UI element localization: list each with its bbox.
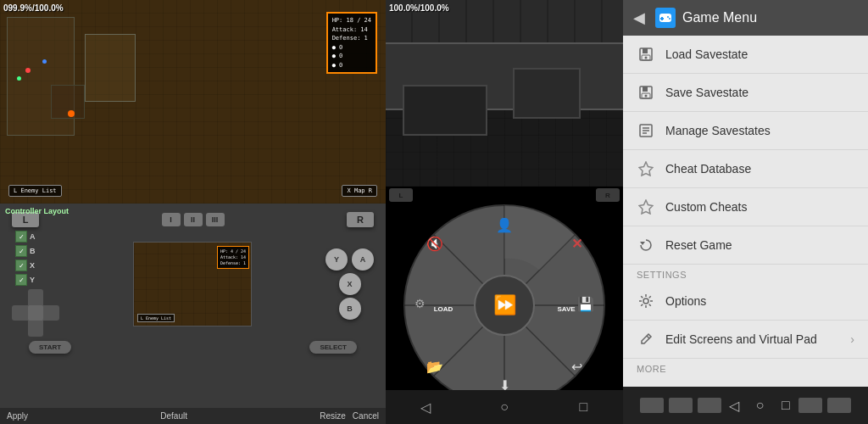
radial-user-icon[interactable]: 👤 <box>496 217 513 233</box>
radial-close-icon[interactable]: ✕ <box>571 236 582 252</box>
menu-item-cheat-database[interactable]: Cheat Database <box>623 150 868 188</box>
roman-btn-2[interactable]: II <box>184 213 203 226</box>
load-savestate-label: Load Savestate <box>665 47 854 61</box>
resize-button[interactable]: Resize <box>320 411 346 421</box>
custom-cheats-icon <box>637 198 655 216</box>
x-button[interactable]: X <box>339 273 361 295</box>
stat-line3: ● 0 <box>332 61 371 70</box>
menu-item-options[interactable]: Options <box>623 282 868 321</box>
radial-menu-overlay: SAVE LOAD START SELECT 🔇 👤 ✕ 💾 ↩ <box>386 187 623 424</box>
roman-buttons: I II III <box>162 213 225 226</box>
cheat-database-icon <box>637 159 655 178</box>
default-button[interactable]: Default <box>160 411 187 421</box>
middle-panel: 100.0%/100.0% L R <box>386 0 623 424</box>
radial-settings-icon[interactable]: ⚙ <box>415 297 426 310</box>
manage-savestates-label: Manage Savestates <box>665 124 854 137</box>
recent-nav-btn-middle[interactable]: □ <box>566 390 600 424</box>
checkbox-b[interactable]: ✓ <box>15 245 27 257</box>
taskbar-item-1 <box>640 398 664 413</box>
edit-screens-arrow: › <box>850 332 854 346</box>
start-button[interactable]: START <box>29 341 71 354</box>
taskbar-item-4 <box>798 398 822 413</box>
radial-icons-layer: 🔇 👤 ✕ 💾 ↩ ⬇ 📂 ⚙ ⏩ <box>403 204 606 407</box>
bottom-hud-left: L Enemy List X Map R <box>8 185 377 197</box>
dungeon-background: 099.9%/100.0% HP: 18 / 24 Attack: 14 Def… <box>0 0 386 204</box>
radial-load-icon[interactable]: 📂 <box>426 359 443 375</box>
back-nav-btn-right[interactable]: ◁ <box>721 390 747 421</box>
checkbox-a[interactable]: ✓ <box>15 231 27 243</box>
menu-item-help[interactable]: ? Help <box>623 377 868 387</box>
menu-item-load-savestate[interactable]: Load Savestate <box>623 36 868 74</box>
left-panel: 099.9%/100.0% HP: 18 / 24 Attack: 14 Def… <box>0 0 386 424</box>
svg-rect-12 <box>660 18 664 20</box>
checkbox-x[interactable]: ✓ <box>15 259 27 271</box>
checkbox-y-label: Y <box>30 276 35 284</box>
gamepad-icon <box>659 11 672 25</box>
svg-marker-27 <box>639 162 653 176</box>
menu-item-edit-screens[interactable]: Edit Screens and Virtual Pad › <box>623 321 868 359</box>
checkbox-x-label: X <box>30 261 35 270</box>
enemy-list-btn[interactable]: L Enemy List <box>8 185 62 197</box>
r-button[interactable]: R <box>347 212 374 227</box>
menu-item-custom-cheats[interactable]: Custom Cheats <box>623 188 868 226</box>
load-savestate-icon <box>637 45 655 64</box>
mini-bottom-hud: L Enemy List <box>137 314 248 322</box>
mini-enemy-btn: L Enemy List <box>137 314 175 322</box>
taskbar-item-2 <box>669 398 693 413</box>
home-nav-btn-right[interactable]: ○ <box>747 390 772 421</box>
menu-header-title: Game Menu <box>682 10 757 25</box>
menu-item-save-savestate[interactable]: Save Savestate <box>623 74 868 112</box>
checkbox-a-row: ✓ A <box>15 231 36 243</box>
radial-menu: SAVE LOAD START SELECT 🔇 👤 ✕ 💾 ↩ <box>403 204 606 407</box>
face-row-top: Y A <box>326 248 374 271</box>
menu-back-arrow[interactable]: ◀ <box>633 8 645 27</box>
custom-cheats-label: Custom Cheats <box>665 200 854 214</box>
taskbar-items <box>640 398 721 413</box>
face-buttons: Y A X B <box>326 248 374 320</box>
dpad[interactable] <box>12 289 59 337</box>
roman-btn-3[interactable]: III <box>206 213 225 226</box>
checkbox-group: ✓ A ✓ B ✓ X ✓ Y <box>15 231 36 286</box>
roman-btn-1[interactable]: I <box>162 213 181 226</box>
radial-center-icon[interactable]: ⏩ <box>493 294 516 316</box>
checkbox-y-row: ✓ Y <box>15 274 36 286</box>
settings-section-header: Settings <box>623 265 868 282</box>
apply-button[interactable]: Apply <box>7 411 28 421</box>
radial-mute-icon[interactable]: 🔇 <box>426 236 443 252</box>
checkbox-b-label: B <box>30 247 36 255</box>
select-button[interactable]: SELECT <box>309 341 357 354</box>
checkbox-b-row: ✓ B <box>15 245 36 257</box>
mini-screen: HP: 4 / 24 Attack: 14 Defense: 1 L Enemy… <box>133 242 252 326</box>
menu-item-reset-game[interactable]: Reset Game <box>623 226 868 265</box>
controller-label: Controller Layout <box>5 207 69 215</box>
svg-rect-16 <box>643 48 648 53</box>
menu-list: Load Savestate Save Savestate Manage Sav… <box>623 36 868 387</box>
svg-point-22 <box>645 95 648 98</box>
svg-point-18 <box>645 57 648 59</box>
back-nav-btn-middle[interactable]: ◁ <box>409 390 442 424</box>
checkbox-y[interactable]: ✓ <box>15 274 27 286</box>
map-btn[interactable]: X Map R <box>342 185 377 197</box>
b-button[interactable]: B <box>339 298 361 320</box>
recent-nav-btn-right[interactable]: □ <box>773 390 798 421</box>
menu-header-icon <box>655 8 676 28</box>
android-nav-middle: ◁ ○ □ <box>386 390 623 424</box>
radial-return-icon[interactable]: ↩ <box>571 359 582 375</box>
middle-dungeon <box>386 0 623 187</box>
svg-point-13 <box>667 16 669 18</box>
controller-bottom-row: START SELECT <box>3 338 382 356</box>
svg-point-14 <box>669 18 670 20</box>
a-button[interactable]: A <box>352 248 374 271</box>
y-button[interactable]: Y <box>326 248 348 271</box>
checkbox-a-label: A <box>30 232 36 241</box>
middle-game-screen: 100.0%/100.0% L R <box>386 0 623 187</box>
edit-screens-icon <box>637 330 655 349</box>
cancel-button[interactable]: Cancel <box>353 411 379 421</box>
apply-default-bar: Apply Default Resize Cancel <box>0 408 386 424</box>
defense-text: Defense: 1 <box>332 34 371 43</box>
attack-text: Attack: 14 <box>332 25 371 35</box>
radial-save-icon[interactable]: 💾 <box>577 296 594 312</box>
home-nav-btn-middle[interactable]: ○ <box>487 390 521 424</box>
menu-item-manage-savestates[interactable]: Manage Savestates <box>623 112 868 150</box>
android-nav-right: ◁ ○ □ <box>623 387 868 424</box>
